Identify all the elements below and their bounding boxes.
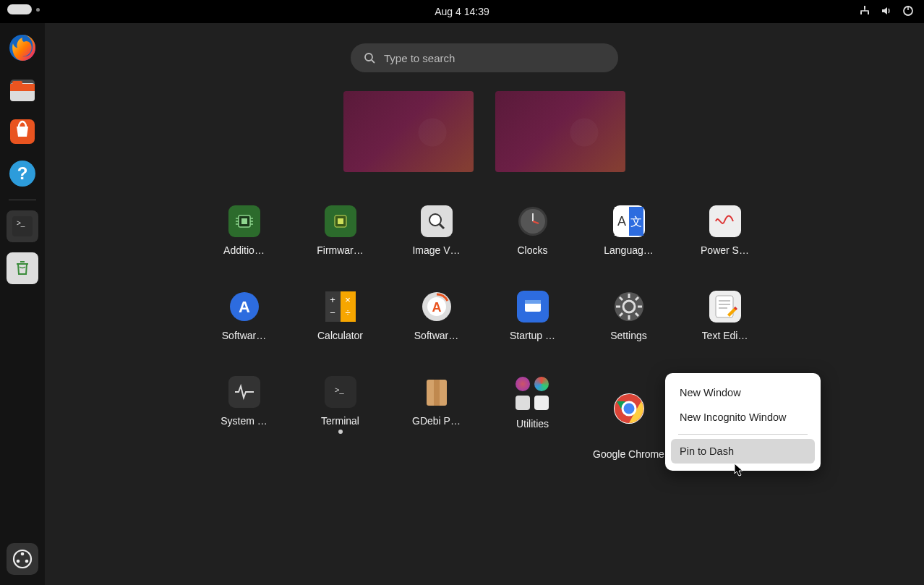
app-label: Firmwar… bbox=[317, 244, 364, 256]
app-google-chrome[interactable]: Google Chrome bbox=[582, 376, 676, 461]
app-firmware-updater[interactable]: Firmwar… bbox=[294, 205, 388, 256]
chip-icon bbox=[330, 211, 351, 231]
folder-sub-icon bbox=[534, 377, 549, 391]
app-label: Google Chrome bbox=[593, 448, 664, 461]
app-software-updates[interactable]: A Softwar… bbox=[197, 291, 291, 341]
app-startup-applications[interactable]: Startup … bbox=[486, 291, 580, 341]
mouse-cursor bbox=[734, 463, 744, 477]
clock-icon bbox=[518, 206, 548, 236]
terminal-icon: >_ bbox=[330, 382, 351, 402]
app-folder-utilities[interactable]: Utilities bbox=[486, 376, 580, 461]
app-label: Settings bbox=[610, 330, 647, 341]
chip-icon bbox=[234, 211, 254, 231]
app-calculator[interactable]: +−×÷ Calculator bbox=[294, 291, 388, 341]
svg-rect-70 bbox=[434, 380, 440, 406]
svg-text:A: A bbox=[432, 300, 441, 315]
app-power-statistics[interactable]: Power S… bbox=[678, 205, 772, 256]
svg-point-31 bbox=[429, 214, 441, 226]
app-image-viewer[interactable]: Image V… bbox=[390, 205, 484, 256]
svg-point-17 bbox=[17, 560, 20, 563]
svg-point-16 bbox=[21, 552, 25, 556]
svg-rect-0 bbox=[864, 6, 865, 9]
page-indicator bbox=[338, 430, 343, 434]
workspace-1[interactable] bbox=[343, 91, 474, 172]
svg-text:A: A bbox=[239, 298, 250, 316]
search-input[interactable]: Type to search bbox=[351, 43, 618, 72]
svg-text:+: + bbox=[330, 294, 335, 305]
workspace-2[interactable] bbox=[495, 91, 625, 172]
app-label: Image V… bbox=[412, 244, 460, 256]
svg-text:?: ? bbox=[17, 163, 28, 183]
ctx-new-window[interactable]: New Window bbox=[671, 380, 815, 405]
app-label: Utilities bbox=[516, 418, 549, 430]
svg-rect-30 bbox=[338, 218, 343, 224]
svg-rect-9 bbox=[10, 84, 35, 91]
svg-point-18 bbox=[25, 560, 29, 563]
app-additional-drivers[interactable]: Additio… bbox=[197, 205, 291, 256]
app-label: Softwar… bbox=[222, 330, 266, 341]
folder-sub-icon bbox=[534, 396, 549, 410]
dock-item-terminal[interactable]: >_ bbox=[7, 210, 38, 242]
app-label: Terminal bbox=[321, 415, 359, 427]
app-label: Calculator bbox=[317, 330, 363, 341]
svg-text:−: − bbox=[330, 307, 335, 318]
svg-rect-53 bbox=[525, 300, 541, 304]
ctx-pin-to-dash[interactable]: Pin to Dash bbox=[671, 439, 815, 464]
folder-sub-icon bbox=[516, 377, 530, 391]
svg-text:×: × bbox=[345, 294, 351, 305]
power-icon bbox=[902, 5, 914, 19]
dock-separator bbox=[9, 200, 36, 200]
app-text-editor[interactable]: Text Edi… bbox=[678, 291, 772, 341]
svg-line-32 bbox=[440, 224, 444, 229]
show-applications-button[interactable] bbox=[7, 543, 38, 575]
svg-text:A: A bbox=[617, 214, 625, 229]
network-icon bbox=[859, 5, 870, 19]
app-label: Startup … bbox=[510, 330, 555, 341]
activities-pill bbox=[7, 4, 32, 14]
ctx-separator bbox=[678, 434, 808, 435]
context-menu: New Window New Incognito Window Pin to D… bbox=[665, 373, 821, 471]
a-circle-icon: A bbox=[229, 291, 260, 322]
clock[interactable]: Aug 4 14:39 bbox=[435, 6, 489, 17]
workspace-thumbnails bbox=[45, 91, 924, 172]
dock-item-firefox[interactable] bbox=[7, 32, 38, 64]
svg-rect-4 bbox=[907, 6, 909, 10]
wave-icon bbox=[714, 210, 736, 232]
app-label: Text Edi… bbox=[702, 330, 748, 341]
window-icon bbox=[523, 296, 543, 317]
svg-point-19 bbox=[365, 54, 372, 61]
dock-item-help[interactable]: ? bbox=[7, 158, 38, 189]
svg-line-20 bbox=[372, 60, 375, 63]
activities-indicator[interactable] bbox=[7, 4, 40, 14]
svg-rect-2 bbox=[868, 12, 869, 14]
app-terminal[interactable]: >_ Terminal bbox=[294, 376, 388, 461]
activities-overview: Type to search Additio… Firmwar… Image V… bbox=[45, 23, 924, 585]
svg-rect-1 bbox=[860, 12, 862, 14]
update-icon: A bbox=[422, 291, 452, 322]
dock-item-software[interactable] bbox=[7, 116, 38, 148]
app-label: Softwar… bbox=[414, 330, 458, 341]
status-area[interactable] bbox=[859, 0, 914, 23]
app-label: Clocks bbox=[517, 244, 547, 256]
app-language-support[interactable]: A文 Languag… bbox=[582, 205, 676, 256]
svg-text:>_: >_ bbox=[335, 385, 344, 394]
calculator-icon: +−×÷ bbox=[325, 291, 356, 322]
svg-rect-22 bbox=[241, 218, 247, 224]
ctx-new-incognito[interactable]: New Incognito Window bbox=[671, 405, 815, 430]
dock-item-trash[interactable] bbox=[7, 252, 38, 284]
app-system-monitor[interactable]: System … bbox=[197, 376, 291, 461]
app-gdebi[interactable]: GDebi P… bbox=[390, 376, 484, 461]
app-settings[interactable]: Settings bbox=[582, 291, 676, 341]
app-label: Power S… bbox=[701, 244, 749, 256]
language-icon: A文 bbox=[615, 207, 643, 236]
search-placeholder: Type to search bbox=[384, 52, 455, 64]
app-label: Languag… bbox=[604, 244, 654, 256]
gear-icon bbox=[614, 291, 644, 322]
search-icon bbox=[364, 52, 375, 64]
app-software-updater[interactable]: A Softwar… bbox=[390, 291, 484, 341]
svg-text:÷: ÷ bbox=[345, 307, 350, 318]
text-editor-icon bbox=[713, 294, 737, 319]
workspace-dot bbox=[36, 8, 40, 12]
dock-item-files[interactable] bbox=[7, 74, 38, 106]
app-clocks[interactable]: Clocks bbox=[486, 205, 580, 256]
